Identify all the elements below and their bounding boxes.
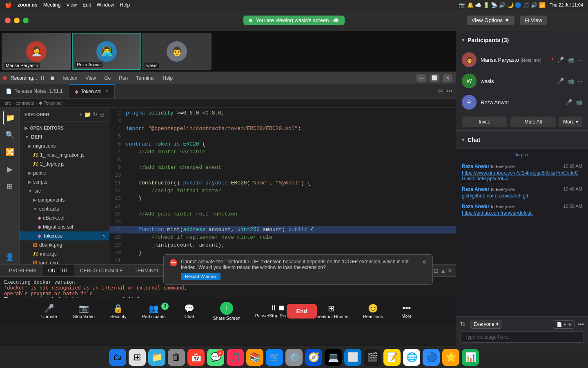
more-button[interactable]: ••• More <box>390 301 423 321</box>
video-button-marisa[interactable]: 📹 <box>567 56 574 63</box>
breadcrumb-src[interactable]: src <box>5 101 11 105</box>
window-minimize[interactable]: — <box>416 74 426 82</box>
close-tab-icon[interactable]: ✕ <box>105 89 109 94</box>
tab-token-sol[interactable]: ◆ Token.sol ✕ <box>69 84 115 98</box>
unmute-button[interactable]: 🎤 Unmute <box>33 301 65 321</box>
open-editors-section[interactable]: ▶ OPEN EDITORS <box>20 123 109 132</box>
tab-release-notes[interactable]: 📄 Release Notes: 1.51.1 <box>0 84 69 98</box>
file-logo-png[interactable]: 🖼 logo.png <box>20 258 109 264</box>
account-icon[interactable]: 👤 <box>3 250 17 264</box>
security-button[interactable]: 🔒 Security <box>102 301 135 321</box>
dock-vscode[interactable]: ⬜ <box>344 349 361 366</box>
video-button-reza[interactable]: 📹 <box>575 99 582 105</box>
file-dbank-png[interactable]: 🖼 dbank.png <box>20 240 109 249</box>
vscode-menu-help[interactable]: Help <box>160 74 176 82</box>
file-index-js[interactable]: JS index.js <box>20 249 109 258</box>
view-button[interactable]: ⊞ View <box>520 16 547 25</box>
collapse-chat-icon[interactable]: ▾ <box>462 137 464 143</box>
view-options-button[interactable]: View Options ▼ <box>467 16 514 25</box>
dock-notes[interactable]: 📝 <box>383 349 401 366</box>
dock-calendar[interactable]: 📅 22 <box>187 349 205 366</box>
tab-debug-console[interactable]: DEBUG CONSOLE <box>74 265 129 276</box>
components-folder[interactable]: ▶ components <box>20 195 109 204</box>
vscode-menu-view[interactable]: View <box>82 74 99 82</box>
dock-quicktime[interactable]: 🎬 <box>364 349 381 366</box>
split-editor-button[interactable]: ⊟ <box>438 88 443 94</box>
menu-help[interactable]: Help <box>120 2 130 8</box>
defi-folder[interactable]: ▼ DEFI <box>20 132 109 141</box>
menu-meeting[interactable]: Meeting <box>43 2 61 8</box>
stop-video-button[interactable]: 📷 Stop Video <box>65 301 102 321</box>
dock-books[interactable]: 📚 <box>246 349 263 366</box>
dock-zoom[interactable]: 🔵 <box>423 349 440 366</box>
mic-button-marisa[interactable]: 🎤 <box>557 56 564 63</box>
scripts-folder[interactable]: ▶ scripts <box>20 177 109 186</box>
video-button-wasis[interactable]: 📹 <box>567 78 574 84</box>
dock-trash[interactable]: 🗑 <box>168 349 185 366</box>
end-meeting-button[interactable]: End <box>287 304 317 319</box>
dock-appstore[interactable]: 🛒 <box>266 349 283 366</box>
close-button[interactable] <box>5 18 11 23</box>
public-folder[interactable]: ▶ public <box>20 168 109 177</box>
minimize-button[interactable] <box>14 18 20 23</box>
menu-view[interactable]: View <box>66 2 77 8</box>
breadcrumb-contracts[interactable]: contracts <box>16 101 34 105</box>
pause-recording-icon[interactable]: ⏸ <box>40 75 45 81</box>
close-toast-button[interactable]: ✕ <box>422 259 427 265</box>
mic-button-reza[interactable]: 🎤 <box>565 99 572 105</box>
file-button[interactable]: 📄 File <box>553 320 575 329</box>
src-folder[interactable]: ▼ src <box>20 186 109 195</box>
contracts-folder[interactable]: ▼ contracts <box>20 204 109 213</box>
file-migrations-sol[interactable]: ◆ Migrations.sol <box>20 222 109 231</box>
collapse-participants-icon[interactable]: ▾ <box>462 37 464 43</box>
chat-input-field[interactable] <box>460 331 584 343</box>
new-folder-button[interactable]: 📁 <box>84 111 91 118</box>
mic-button-wasis[interactable]: 🎤 <box>557 78 564 84</box>
maximize-panel-button[interactable]: ▲ <box>440 267 446 274</box>
stop-recording-icon[interactable]: ⏹ <box>49 75 55 81</box>
more-button-wasis[interactable]: ··· <box>577 78 582 84</box>
share-screen-button[interactable]: ↑ Share Screen <box>205 299 247 323</box>
menu-edit[interactable]: Edit <box>82 2 91 8</box>
explorer-icon[interactable]: 📁 <box>3 111 17 125</box>
dock-numbers[interactable]: 📊 <box>462 349 479 366</box>
tab-problems[interactable]: PROBLEMS <box>3 265 42 276</box>
more-button-marisa[interactable]: ··· <box>577 56 582 63</box>
chat-toolbar-button[interactable]: 💬 Chat <box>173 301 205 321</box>
debug-icon[interactable]: ▶ <box>3 162 17 176</box>
dock-terminal[interactable]: 💻 <box>325 349 342 366</box>
msg1-link[interactable]: https://www.dropbox.com/s/1i4ruejgc8i6xl… <box>462 170 578 182</box>
more-options-button[interactable]: More ▾ <box>559 117 582 127</box>
maximize-button[interactable] <box>23 18 29 23</box>
dock-star[interactable]: ⭐ <box>442 349 459 366</box>
breadcrumb-file-name[interactable]: Token.sol <box>44 101 62 105</box>
file-token-sol[interactable]: ◆ Token.sol ↖ <box>20 231 109 240</box>
dock-settings[interactable]: ⚙️ <box>285 349 303 366</box>
dock-music[interactable]: 🎵 <box>227 349 244 366</box>
close-panel-button[interactable]: ✕ <box>448 267 452 274</box>
vscode-menu-go[interactable]: Go <box>101 74 114 82</box>
dock-chrome[interactable]: 🌐 <box>403 349 420 366</box>
source-control-icon[interactable]: 🔀 <box>3 145 17 159</box>
vscode-menu-terminal[interactable]: Terminal <box>133 74 158 82</box>
search-icon[interactable]: 🔍 <box>3 128 17 142</box>
refresh-button[interactable]: ↻ <box>93 111 98 118</box>
code-editor[interactable]: 2 pragma solidity >=0.6.0 <0.8.0; 3 4 im… <box>109 108 456 264</box>
chat-recipient-select[interactable]: Everyone ▾ <box>470 320 502 329</box>
extensions-icon[interactable]: ⊞ <box>3 180 17 193</box>
window-close[interactable]: ✕ <box>443 74 452 82</box>
window-restore[interactable]: ⬜ <box>430 74 439 82</box>
dock-messages[interactable]: 💬 3 <box>207 349 224 366</box>
breadcrumb-file[interactable]: ◆ <box>39 100 42 105</box>
dock-finder[interactable]: 🗂 <box>109 349 126 366</box>
invite-button[interactable]: Invite <box>462 117 507 127</box>
remote-icon[interactable] <box>3 233 17 247</box>
new-file-button[interactable]: + <box>79 111 82 118</box>
msg3-link[interactable]: https://github.com/ranwar/defi.git <box>462 210 532 216</box>
more-actions-button[interactable]: ••• <box>446 88 452 94</box>
previous-chat-link[interactable]: lqrp.io <box>462 152 582 157</box>
tab-terminal[interactable]: TERMINAL <box>129 265 166 276</box>
dock-files[interactable]: 📁 <box>148 349 165 366</box>
dock-safari[interactable]: 🧭 <box>305 349 322 366</box>
chat-more-button[interactable]: ••• <box>578 321 584 328</box>
